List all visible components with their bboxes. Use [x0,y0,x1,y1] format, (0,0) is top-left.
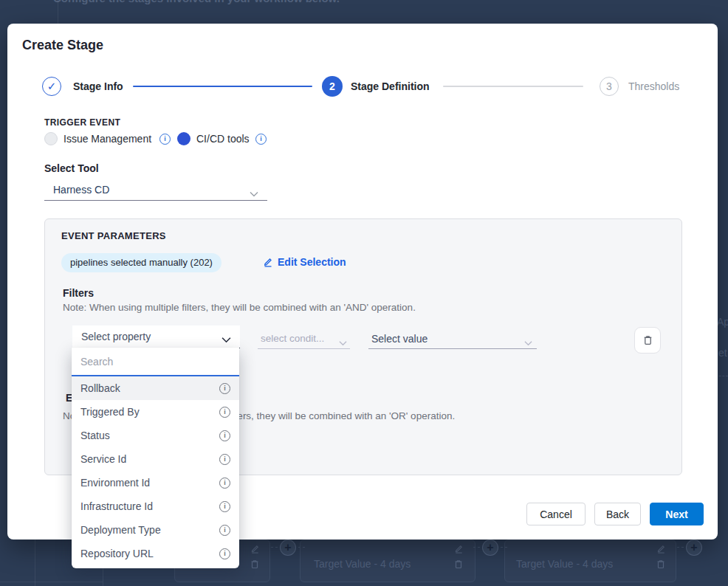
stepper-connector [443,86,583,87]
option-label: Repository URL [80,548,154,559]
dropdown-search[interactable] [72,348,239,376]
dropdown-option-environment-id[interactable]: Environment Id i [72,471,239,494]
step-3-label: Thresholds [628,77,679,96]
stage-card-label: Target Value - 4 days [516,558,613,570]
info-glyph: i [224,527,226,534]
filters-heading: Filters [63,287,94,299]
background-text-fragment: Ap [717,316,728,328]
edit-icon [263,257,273,267]
connector-dash [271,547,278,548]
edit-selection-link[interactable]: Edit Selection [263,256,346,268]
cancel-button[interactable]: Cancel [526,503,586,525]
info-glyph: i [224,480,226,486]
option-label: Service Id [80,453,126,465]
step-2-label: Stage Definition [351,77,430,96]
info-icon[interactable]: i [219,501,230,512]
trash-icon [642,334,653,346]
radio-issue-management[interactable] [44,132,58,145]
step-1-complete-indicator[interactable]: ✓ [42,77,61,96]
dropdown-option-status[interactable]: Status i [72,424,239,447]
radio-cicd-tools-label[interactable]: CI/CD tools [196,131,250,146]
info-glyph: i [224,503,226,510]
background-text-fragment: et [718,347,727,359]
info-glyph: i [224,456,226,463]
info-glyph: i [224,432,226,439]
background-divider [0,582,103,582]
select-tool-label: Select Tool [44,162,99,174]
option-label: Triggered By [80,406,140,418]
dropdown-option-rollback[interactable]: Rollback i [72,376,239,400]
step-2-indicator[interactable]: 2 [322,76,343,97]
event-parameters-heading: EVENT PARAMETERS [61,230,166,241]
edit-selection-label: Edit Selection [278,256,346,268]
background-divider [58,0,58,24]
radio-issue-management-label[interactable]: Issue Management [63,131,151,146]
connector-dash [677,547,684,548]
trash-icon [656,559,666,570]
next-button[interactable]: Next [650,503,704,525]
filter-value-placeholder: Select value [371,330,427,348]
info-glyph: i [260,136,262,142]
plus-icon: + [284,542,291,554]
option-label: Status [80,430,110,441]
step-number: 2 [329,80,335,92]
option-label: Rollback [80,382,120,394]
trash-icon [250,559,260,570]
background-stage-card: Target Value - 4 days [300,540,475,582]
info-icon[interactable]: i [219,548,230,559]
info-glyph: i [224,385,226,392]
info-glyph: i [224,409,226,416]
property-dropdown-menu: Rollback i Triggered By i Status i Servi… [72,348,239,568]
plus-icon: + [487,542,493,554]
info-icon[interactable]: i [219,478,230,489]
filter-condition-placeholder: select condit... [261,330,324,348]
edit-icon [250,544,260,554]
delete-filter-button[interactable] [634,327,661,354]
info-glyph: i [224,551,226,557]
add-stage-button: + [280,540,296,556]
info-icon[interactable]: i [255,134,267,145]
info-icon[interactable]: i [219,407,230,418]
info-icon[interactable]: i [219,383,230,394]
trash-icon [453,559,464,570]
screen: Configure the stages involved in your wo… [0,0,728,586]
filter-value-select[interactable]: Select value [368,330,537,349]
step-number: 3 [606,80,612,92]
stepper-connector [133,86,312,87]
plus-icon: + [690,542,697,554]
info-glyph: i [164,136,166,142]
dropdown-option-deployment-type[interactable]: Deployment Type i [72,518,239,542]
create-stage-modal: Create Stage ✓ Stage Info 2 Stage Defini… [7,24,718,540]
background-subtitle: Configure the stages involved in your wo… [53,0,340,6]
dropdown-option-service-id[interactable]: Service Id i [72,447,239,471]
filter-property-placeholder: Select property [81,325,151,348]
option-label: Environment Id [80,477,150,489]
connector-dash [473,547,480,548]
dropdown-option-repository-url[interactable]: Repository URL i [72,542,239,565]
dropdown-option-triggered-by[interactable]: Triggered By i [72,400,239,424]
add-stage-button: + [482,540,498,556]
modal-title: Create Stage [22,38,103,53]
step-1-label: Stage Info [73,77,123,96]
radio-cicd-tools[interactable] [177,132,190,145]
info-icon[interactable]: i [159,134,171,145]
stage-card-label: Target Value - 4 days [314,558,411,570]
filters-note: Note: When using multiple filters, they … [63,302,416,313]
step-3-indicator[interactable]: 3 [600,77,619,96]
pipelines-selection-pill: pipelines selected manually (202) [61,253,222,272]
add-stage-button: + [686,540,702,556]
trigger-event-label: TRIGGER EVENT [44,117,120,128]
search-input[interactable] [72,348,239,375]
info-icon[interactable]: i [219,454,230,465]
edit-icon [454,544,464,554]
info-icon[interactable]: i [219,430,230,441]
background-divider [35,540,35,586]
info-icon[interactable]: i [219,525,230,536]
dropdown-option-infrastructure-id[interactable]: Infrastructure Id i [72,494,239,518]
option-label: Infrastructure Id [80,500,153,512]
filter-property-select[interactable]: Select property [72,325,240,348]
chevron-down-icon [524,336,532,349]
filter-condition-select[interactable]: select condit... [258,330,350,349]
back-button[interactable]: Back [594,503,641,525]
tool-select[interactable]: Harness CD [44,180,267,201]
